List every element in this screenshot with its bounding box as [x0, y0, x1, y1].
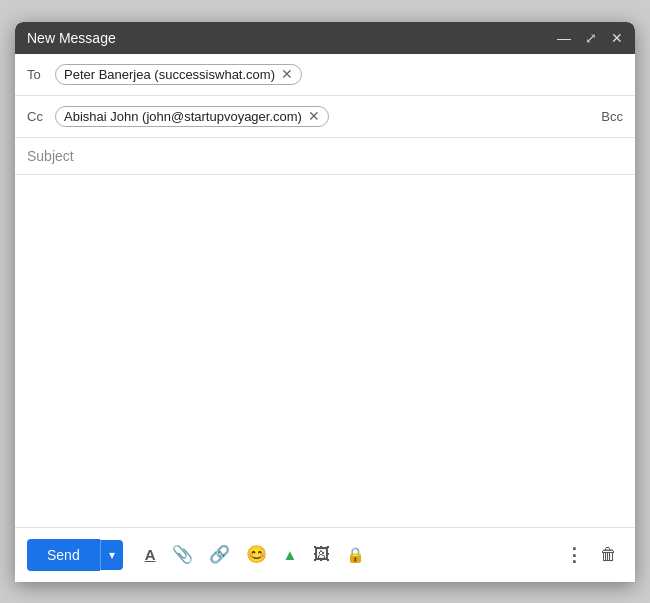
- toolbar-right: ⋮ 🗑: [559, 538, 623, 572]
- close-button[interactable]: ✕: [611, 31, 623, 45]
- window-title: New Message: [27, 30, 116, 46]
- to-chip-1-text: Peter Banerjea (successiswhat.com): [64, 67, 275, 82]
- to-chip-1: Peter Banerjea (successiswhat.com) ✕: [55, 64, 302, 85]
- cc-field-row: Cc Abishai John (john@startupvoyager.com…: [15, 96, 635, 138]
- to-label: To: [27, 67, 55, 82]
- more-options-button[interactable]: ⋮: [559, 538, 590, 572]
- minimize-button[interactable]: —: [557, 31, 571, 45]
- compose-toolbar: Send ▾ A 📎 🔗 😊 ▲ 🖼 🔒 ⋮ 🗑: [15, 527, 635, 582]
- link-icon[interactable]: 🔗: [203, 538, 236, 571]
- to-chip-1-remove[interactable]: ✕: [281, 67, 293, 81]
- title-bar: New Message — ⤢ ✕: [15, 22, 635, 54]
- expand-button[interactable]: ⤢: [585, 31, 597, 45]
- cc-label: Cc: [27, 109, 55, 124]
- subject-placeholder: Subject: [27, 148, 74, 164]
- emoji-icon[interactable]: 😊: [240, 538, 273, 571]
- cc-chip-1-text: Abishai John (john@startupvoyager.com): [64, 109, 302, 124]
- compose-window: New Message — ⤢ ✕ To Peter Banerjea (suc…: [15, 22, 635, 582]
- title-bar-controls: — ⤢ ✕: [557, 31, 623, 45]
- bcc-button[interactable]: Bcc: [601, 109, 623, 124]
- format-text-icon[interactable]: A: [139, 540, 162, 569]
- to-field-row: To Peter Banerjea (successiswhat.com) ✕: [15, 54, 635, 96]
- send-button[interactable]: Send: [27, 539, 100, 571]
- cc-chips: Abishai John (john@startupvoyager.com) ✕: [55, 106, 601, 127]
- subject-row[interactable]: Subject: [15, 138, 635, 175]
- compose-body[interactable]: [15, 175, 635, 527]
- photo-icon[interactable]: 🖼: [307, 539, 336, 571]
- drive-icon[interactable]: ▲: [277, 540, 304, 569]
- cc-chip-1-remove[interactable]: ✕: [308, 109, 320, 123]
- cc-chip-1: Abishai John (john@startupvoyager.com) ✕: [55, 106, 329, 127]
- send-group: Send ▾: [27, 539, 123, 571]
- confidential-icon[interactable]: 🔒: [340, 540, 371, 570]
- attach-icon[interactable]: 📎: [166, 538, 199, 571]
- to-chips: Peter Banerjea (successiswhat.com) ✕: [55, 64, 623, 85]
- delete-button[interactable]: 🗑: [594, 539, 623, 571]
- send-options-button[interactable]: ▾: [100, 540, 123, 570]
